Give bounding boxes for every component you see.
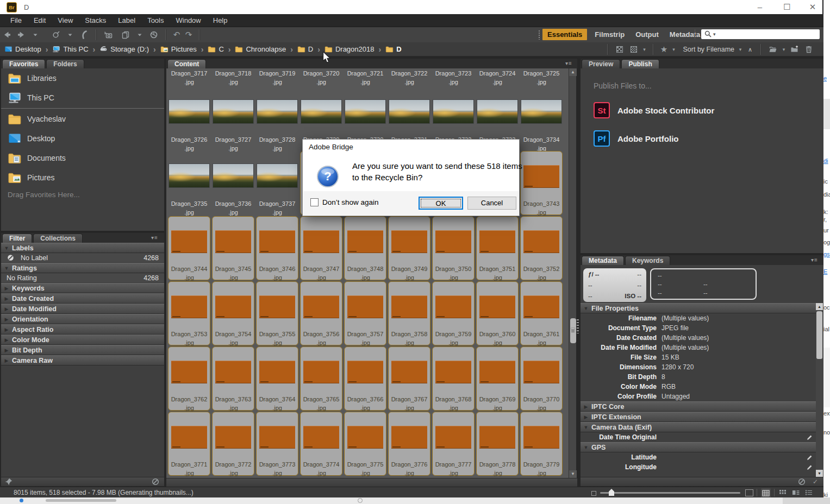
thumbnail-cell[interactable]: Dragon_3754.jpg (212, 281, 254, 345)
breadcrumb-chronolapse[interactable]: Chronolapse (235, 45, 286, 53)
thumbnail-cell[interactable]: Dragon_3753.jpg (168, 281, 210, 345)
sort-by-label[interactable]: Sort by Filename (683, 46, 734, 53)
get-photos-from-camera-icon[interactable] (102, 29, 114, 41)
chevron-down-icon[interactable]: ▾ (713, 32, 716, 37)
thumbnail-cell[interactable]: Dragon_3771.jpg (168, 412, 210, 476)
thumbnail-cell[interactable]: Dragon_3778.jpg (476, 412, 519, 476)
filter-section-camera-raw[interactable]: ▶Camera Raw (1, 355, 164, 366)
thumbnail-cell[interactable]: Dragon_3766.jpg (344, 346, 386, 411)
copy-icon[interactable] (120, 29, 132, 41)
edit-pencil-icon[interactable] (806, 454, 813, 461)
thumbnail-cell[interactable]: Dragon_3749.jpg (388, 216, 430, 280)
content-scrollbar[interactable]: ▲ ▼ (569, 68, 576, 478)
chevron-down-icon[interactable]: ▾ (738, 43, 743, 55)
thumbnail-cell[interactable]: Dragon_3774.jpg (300, 412, 342, 476)
filter-item-no-rating[interactable]: No Rating4268 (1, 273, 164, 283)
filter-section-labels[interactable]: ▼Labels (1, 243, 164, 253)
filter-section-date-created[interactable]: ▶Date Created (1, 293, 164, 304)
breadcrumb-pictures[interactable]: Pictures (160, 45, 197, 53)
dont-show-again-label[interactable]: Don’t show again (322, 198, 379, 206)
edit-pencil-icon[interactable] (806, 434, 813, 441)
menu-window[interactable]: Window (170, 16, 207, 24)
menu-help[interactable]: Help (207, 16, 234, 24)
thumbnail-cell[interactable]: Dragon_3769.jpg (476, 346, 519, 411)
cancel-metadata-icon[interactable] (797, 477, 806, 486)
metadata-section-gps[interactable]: ▼GPS (581, 442, 816, 452)
undo-icon[interactable]: ↶ (172, 29, 182, 41)
breadcrumb-d[interactable]: D (297, 45, 313, 53)
slider-thumb[interactable] (609, 489, 614, 496)
back-icon[interactable] (1, 29, 13, 41)
recent-files-icon[interactable] (50, 29, 62, 41)
tab-collections[interactable]: Collections (33, 234, 83, 243)
grid-lock-view-icon[interactable] (761, 488, 771, 498)
chevron-down-icon[interactable]: ▾ (781, 43, 787, 55)
chevron-down-icon[interactable]: ▾ (642, 43, 647, 55)
thumbnail-cell[interactable]: Dragon_3757.jpg (344, 281, 386, 345)
trash-icon[interactable] (803, 43, 815, 55)
tab-metadata[interactable]: Metadata (582, 256, 624, 265)
dont-show-again-checkbox[interactable] (310, 198, 319, 206)
workspace-metadata[interactable]: Metadata (670, 30, 700, 39)
sidebar-item-libraries[interactable]: Libraries (1, 68, 164, 88)
detail-view-icon[interactable] (791, 488, 800, 497)
sidebar-item-documents[interactable]: Documents (1, 148, 164, 168)
star-rating-filter-icon[interactable]: ★ (659, 43, 669, 55)
breadcrumb-desktop[interactable]: Desktop (4, 45, 41, 53)
thumbnail-cell[interactable]: Dragon_3747.jpg (300, 216, 342, 280)
workspace-output[interactable]: Output (635, 30, 659, 39)
sidebar-item-this-pc[interactable]: This PC (1, 88, 164, 108)
metadata-section-iptc-extension[interactable]: ▶IPTC Extension (581, 412, 816, 422)
thumbnail-cell[interactable]: Dragon_3777.jpg (432, 412, 475, 476)
thumbnail-cell[interactable]: Dragon_3768.jpg (432, 346, 475, 411)
thumbnail-smaller-icon[interactable] (591, 491, 596, 496)
thumbnail-cell[interactable]: Dragon_3770.jpg (520, 346, 563, 411)
menu-stacks[interactable]: Stacks (79, 16, 112, 24)
thumbnail-cell[interactable]: Dragon_3750.jpg (432, 216, 475, 280)
thumbnail-cell[interactable]: Dragon_3779.jpg (520, 412, 563, 476)
menu-tools[interactable]: Tools (141, 16, 170, 24)
scroll-down-icon[interactable]: ▼ (816, 470, 823, 477)
scrollbar-thumb[interactable] (816, 311, 822, 359)
chevron-down-icon[interactable]: ▾ (671, 43, 677, 55)
filter-section-bit-depth[interactable]: ▶Bit Depth (1, 345, 164, 355)
filter-section-color-mode[interactable]: ▶Color Mode (1, 335, 164, 345)
close-button[interactable]: ✕ (803, 2, 822, 12)
publish-service-adobe-portfolio[interactable]: PfAdobe Portfolio (594, 130, 679, 147)
sort-ascending-icon[interactable]: ∧ (745, 43, 755, 55)
tab-filter[interactable]: Filter (2, 234, 32, 243)
breadcrumb-d[interactable]: D (385, 45, 401, 53)
tab-preview[interactable]: Preview (582, 59, 620, 68)
tab-content[interactable]: Content (167, 59, 206, 68)
pin-icon[interactable] (4, 477, 13, 486)
filter-thumbnail-quality-icon[interactable] (614, 43, 626, 55)
thumbnail-view-icon[interactable] (778, 488, 787, 497)
metadata-section-iptc-core[interactable]: ▶IPTC Core (581, 401, 816, 412)
chevron-down-icon[interactable] (64, 29, 76, 41)
minimize-button[interactable]: – (751, 2, 769, 12)
forward-icon[interactable] (15, 29, 27, 41)
scroll-down-icon[interactable]: ▼ (569, 470, 577, 478)
thumbnail-quality-icon[interactable] (628, 43, 640, 55)
thumbnail-cell[interactable]: Dragon_3772.jpg (212, 412, 254, 476)
workspace-filmstrip[interactable]: Filmstrip (595, 30, 625, 39)
chevron-down-icon[interactable] (29, 29, 41, 41)
menu-edit[interactable]: Edit (28, 16, 52, 24)
thumbnail-cell[interactable]: Dragon_3735.jpg (168, 151, 210, 215)
scrollbar-thumb[interactable] (570, 318, 576, 343)
menu-label[interactable]: Label (112, 16, 141, 24)
thumbnail-cell[interactable]: Dragon_3728.jpg (256, 87, 298, 151)
redo-icon[interactable]: ↷ (184, 29, 194, 41)
list-view-icon[interactable] (804, 488, 813, 497)
filter-section-ratings[interactable]: ▼Ratings (1, 263, 164, 273)
thumbnail-cell[interactable]: Dragon_3748.jpg (344, 216, 386, 280)
thumbnail-cell[interactable]: Dragon_3743.jpg (520, 151, 563, 215)
breadcrumb-storage-d-[interactable]: Storage (D:) (99, 45, 149, 53)
thumbnail-cell[interactable]: Dragon_3762.jpg (168, 346, 210, 411)
thumbnail-cell[interactable]: Dragon_3761.jpg (520, 281, 563, 345)
sidebar-item-desktop[interactable]: Desktop (1, 129, 164, 148)
panel-menu-icon[interactable]: ▾≡ (565, 60, 572, 66)
breadcrumb-dragon2018[interactable]: Dragon2018 (324, 45, 375, 53)
apply-metadata-icon[interactable]: ✓ (813, 478, 818, 486)
thumbnail-cell[interactable]: Dragon_3767.jpg (388, 346, 430, 411)
